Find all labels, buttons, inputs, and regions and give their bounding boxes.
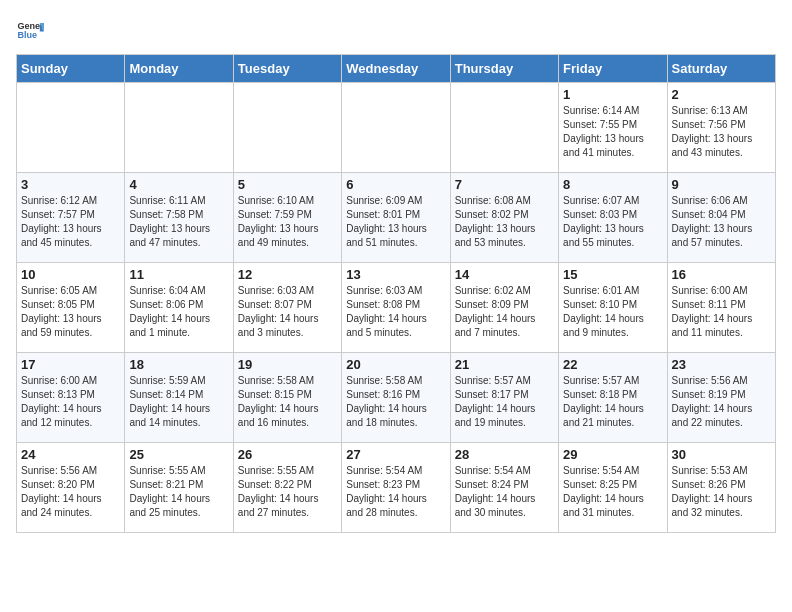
weekday-header-wednesday: Wednesday	[342, 55, 450, 83]
day-info: Sunrise: 5:55 AM Sunset: 8:21 PM Dayligh…	[129, 464, 228, 520]
day-cell	[233, 83, 341, 173]
day-info: Sunrise: 6:07 AM Sunset: 8:03 PM Dayligh…	[563, 194, 662, 250]
day-number: 11	[129, 267, 228, 282]
day-number: 3	[21, 177, 120, 192]
day-info: Sunrise: 5:56 AM Sunset: 8:19 PM Dayligh…	[672, 374, 771, 430]
calendar: SundayMondayTuesdayWednesdayThursdayFrid…	[16, 54, 776, 533]
day-cell: 26Sunrise: 5:55 AM Sunset: 8:22 PM Dayli…	[233, 443, 341, 533]
day-number: 27	[346, 447, 445, 462]
day-cell: 19Sunrise: 5:58 AM Sunset: 8:15 PM Dayli…	[233, 353, 341, 443]
day-info: Sunrise: 6:01 AM Sunset: 8:10 PM Dayligh…	[563, 284, 662, 340]
day-cell: 27Sunrise: 5:54 AM Sunset: 8:23 PM Dayli…	[342, 443, 450, 533]
day-number: 7	[455, 177, 554, 192]
day-info: Sunrise: 6:03 AM Sunset: 8:07 PM Dayligh…	[238, 284, 337, 340]
day-cell: 4Sunrise: 6:11 AM Sunset: 7:58 PM Daylig…	[125, 173, 233, 263]
day-info: Sunrise: 6:13 AM Sunset: 7:56 PM Dayligh…	[672, 104, 771, 160]
week-row-3: 10Sunrise: 6:05 AM Sunset: 8:05 PM Dayli…	[17, 263, 776, 353]
day-info: Sunrise: 6:03 AM Sunset: 8:08 PM Dayligh…	[346, 284, 445, 340]
day-cell: 29Sunrise: 5:54 AM Sunset: 8:25 PM Dayli…	[559, 443, 667, 533]
day-number: 26	[238, 447, 337, 462]
day-info: Sunrise: 6:12 AM Sunset: 7:57 PM Dayligh…	[21, 194, 120, 250]
day-cell: 14Sunrise: 6:02 AM Sunset: 8:09 PM Dayli…	[450, 263, 558, 353]
day-number: 5	[238, 177, 337, 192]
day-info: Sunrise: 5:54 AM Sunset: 8:23 PM Dayligh…	[346, 464, 445, 520]
day-number: 18	[129, 357, 228, 372]
day-number: 13	[346, 267, 445, 282]
day-number: 24	[21, 447, 120, 462]
day-number: 9	[672, 177, 771, 192]
day-info: Sunrise: 5:59 AM Sunset: 8:14 PM Dayligh…	[129, 374, 228, 430]
day-info: Sunrise: 5:57 AM Sunset: 8:17 PM Dayligh…	[455, 374, 554, 430]
weekday-header-thursday: Thursday	[450, 55, 558, 83]
day-info: Sunrise: 6:00 AM Sunset: 8:13 PM Dayligh…	[21, 374, 120, 430]
day-cell: 8Sunrise: 6:07 AM Sunset: 8:03 PM Daylig…	[559, 173, 667, 263]
day-cell: 21Sunrise: 5:57 AM Sunset: 8:17 PM Dayli…	[450, 353, 558, 443]
day-number: 16	[672, 267, 771, 282]
day-cell: 13Sunrise: 6:03 AM Sunset: 8:08 PM Dayli…	[342, 263, 450, 353]
day-info: Sunrise: 6:14 AM Sunset: 7:55 PM Dayligh…	[563, 104, 662, 160]
svg-text:Blue: Blue	[17, 30, 37, 40]
day-info: Sunrise: 6:06 AM Sunset: 8:04 PM Dayligh…	[672, 194, 771, 250]
weekday-header-sunday: Sunday	[17, 55, 125, 83]
day-info: Sunrise: 5:58 AM Sunset: 8:16 PM Dayligh…	[346, 374, 445, 430]
weekday-header-friday: Friday	[559, 55, 667, 83]
day-cell: 16Sunrise: 6:00 AM Sunset: 8:11 PM Dayli…	[667, 263, 775, 353]
day-number: 14	[455, 267, 554, 282]
day-number: 4	[129, 177, 228, 192]
day-number: 17	[21, 357, 120, 372]
day-info: Sunrise: 6:09 AM Sunset: 8:01 PM Dayligh…	[346, 194, 445, 250]
day-number: 1	[563, 87, 662, 102]
day-cell: 3Sunrise: 6:12 AM Sunset: 7:57 PM Daylig…	[17, 173, 125, 263]
day-cell: 6Sunrise: 6:09 AM Sunset: 8:01 PM Daylig…	[342, 173, 450, 263]
day-cell: 7Sunrise: 6:08 AM Sunset: 8:02 PM Daylig…	[450, 173, 558, 263]
day-number: 6	[346, 177, 445, 192]
header: General Blue	[16, 16, 776, 44]
day-cell: 15Sunrise: 6:01 AM Sunset: 8:10 PM Dayli…	[559, 263, 667, 353]
day-cell: 22Sunrise: 5:57 AM Sunset: 8:18 PM Dayli…	[559, 353, 667, 443]
day-cell: 30Sunrise: 5:53 AM Sunset: 8:26 PM Dayli…	[667, 443, 775, 533]
day-cell: 17Sunrise: 6:00 AM Sunset: 8:13 PM Dayli…	[17, 353, 125, 443]
day-cell	[125, 83, 233, 173]
day-number: 25	[129, 447, 228, 462]
day-number: 15	[563, 267, 662, 282]
day-cell: 11Sunrise: 6:04 AM Sunset: 8:06 PM Dayli…	[125, 263, 233, 353]
weekday-header-monday: Monday	[125, 55, 233, 83]
day-info: Sunrise: 6:04 AM Sunset: 8:06 PM Dayligh…	[129, 284, 228, 340]
day-number: 20	[346, 357, 445, 372]
day-number: 23	[672, 357, 771, 372]
week-row-4: 17Sunrise: 6:00 AM Sunset: 8:13 PM Dayli…	[17, 353, 776, 443]
day-cell: 5Sunrise: 6:10 AM Sunset: 7:59 PM Daylig…	[233, 173, 341, 263]
day-number: 2	[672, 87, 771, 102]
day-cell: 12Sunrise: 6:03 AM Sunset: 8:07 PM Dayli…	[233, 263, 341, 353]
day-cell	[17, 83, 125, 173]
day-cell: 1Sunrise: 6:14 AM Sunset: 7:55 PM Daylig…	[559, 83, 667, 173]
weekday-header-saturday: Saturday	[667, 55, 775, 83]
weekday-header-row: SundayMondayTuesdayWednesdayThursdayFrid…	[17, 55, 776, 83]
day-info: Sunrise: 5:54 AM Sunset: 8:25 PM Dayligh…	[563, 464, 662, 520]
day-info: Sunrise: 6:11 AM Sunset: 7:58 PM Dayligh…	[129, 194, 228, 250]
day-number: 12	[238, 267, 337, 282]
day-info: Sunrise: 5:54 AM Sunset: 8:24 PM Dayligh…	[455, 464, 554, 520]
day-info: Sunrise: 6:05 AM Sunset: 8:05 PM Dayligh…	[21, 284, 120, 340]
day-number: 22	[563, 357, 662, 372]
day-number: 28	[455, 447, 554, 462]
week-row-5: 24Sunrise: 5:56 AM Sunset: 8:20 PM Dayli…	[17, 443, 776, 533]
day-info: Sunrise: 5:57 AM Sunset: 8:18 PM Dayligh…	[563, 374, 662, 430]
weekday-header-tuesday: Tuesday	[233, 55, 341, 83]
day-cell	[342, 83, 450, 173]
week-row-2: 3Sunrise: 6:12 AM Sunset: 7:57 PM Daylig…	[17, 173, 776, 263]
day-cell: 25Sunrise: 5:55 AM Sunset: 8:21 PM Dayli…	[125, 443, 233, 533]
day-info: Sunrise: 6:00 AM Sunset: 8:11 PM Dayligh…	[672, 284, 771, 340]
day-cell: 9Sunrise: 6:06 AM Sunset: 8:04 PM Daylig…	[667, 173, 775, 263]
day-info: Sunrise: 5:56 AM Sunset: 8:20 PM Dayligh…	[21, 464, 120, 520]
day-info: Sunrise: 6:02 AM Sunset: 8:09 PM Dayligh…	[455, 284, 554, 340]
day-cell: 20Sunrise: 5:58 AM Sunset: 8:16 PM Dayli…	[342, 353, 450, 443]
day-cell: 18Sunrise: 5:59 AM Sunset: 8:14 PM Dayli…	[125, 353, 233, 443]
day-info: Sunrise: 5:53 AM Sunset: 8:26 PM Dayligh…	[672, 464, 771, 520]
day-number: 21	[455, 357, 554, 372]
logo: General Blue	[16, 16, 44, 44]
day-info: Sunrise: 6:10 AM Sunset: 7:59 PM Dayligh…	[238, 194, 337, 250]
day-info: Sunrise: 5:55 AM Sunset: 8:22 PM Dayligh…	[238, 464, 337, 520]
logo-icon: General Blue	[16, 16, 44, 44]
day-info: Sunrise: 6:08 AM Sunset: 8:02 PM Dayligh…	[455, 194, 554, 250]
